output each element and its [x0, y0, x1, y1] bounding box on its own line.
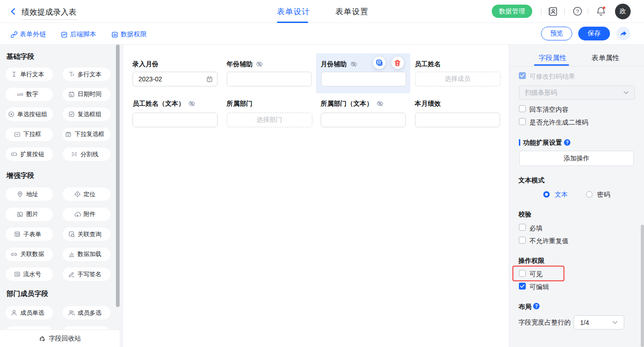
svg-text:?: ? — [576, 9, 579, 14]
svg-text:7: 7 — [209, 78, 211, 81]
svg-text:123: 123 — [17, 92, 23, 97]
